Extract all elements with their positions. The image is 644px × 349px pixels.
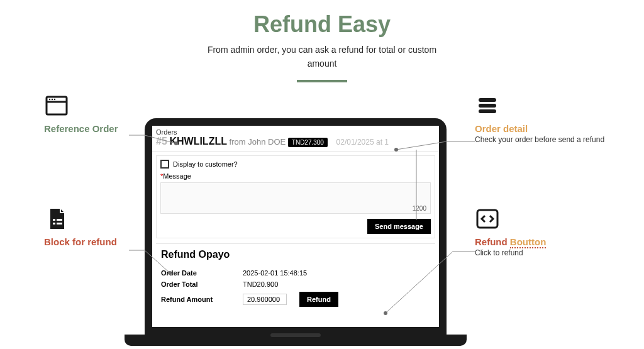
callout-block-for-refund: Block for refund (44, 206, 176, 248)
svg-rect-5 (53, 219, 55, 221)
callout-block-for-refund-title: Block for refund (44, 236, 176, 247)
code-icon (475, 206, 500, 231)
refund-amount-input[interactable] (243, 294, 287, 305)
hero-divider (297, 80, 347, 82)
document-icon (44, 206, 69, 231)
svg-rect-7 (53, 223, 55, 224)
order-total-value: TND20.900 (243, 280, 278, 288)
svg-rect-12 (477, 210, 497, 228)
callout-reference-order-title: Reference Order (44, 123, 176, 134)
order-header: #5 KHWLILZLL from John DOE TND27.300 02/… (152, 136, 439, 152)
order-date-value: 2025-02-01 15:48:15 (243, 269, 307, 277)
order-date-label: Order Date (161, 269, 230, 277)
orders-label: Orders (152, 126, 439, 136)
hero-subtitle-line2: amount (308, 58, 337, 69)
svg-rect-10 (479, 104, 496, 108)
laptop-notch (270, 333, 321, 337)
order-datetime: 02/01/2025 at 1 (336, 138, 389, 147)
svg-point-3 (52, 99, 53, 100)
svg-rect-9 (479, 98, 496, 102)
laptop-mockup: Orders #5 KHWLILZLL from John DOE TND27.… (145, 118, 447, 346)
refund-block: Refund Opayo Order Date 2025-02-01 15:48… (156, 243, 435, 317)
callout-refund-button-body: Click to refund (475, 248, 607, 257)
order-from: from John DOE (230, 137, 286, 147)
refund-button[interactable]: Refund (299, 292, 338, 307)
hero-title: Refund Easy (0, 11, 644, 38)
hero-subtitle: From admin order, you can ask a refund f… (0, 43, 644, 71)
callout-refund-button-title: Refund Boutton (475, 236, 607, 247)
message-label: Message (163, 172, 191, 180)
order-total-badge: TND27.300 (288, 138, 328, 147)
callout-order-detail-body: Check your order before send a refund (475, 135, 607, 144)
svg-rect-6 (57, 219, 62, 221)
display-to-customer-label: Display to customer? (173, 160, 238, 168)
laptop-bezel: Orders #5 KHWLILZLL from John DOE TND27.… (145, 118, 447, 335)
list-icon (475, 93, 500, 118)
message-textarea[interactable]: 1200 (160, 182, 431, 214)
refund-amount-label: Refund Amount (161, 296, 230, 303)
svg-point-4 (54, 99, 55, 100)
callout-refund-button: Refund Boutton Click to refund (475, 206, 607, 257)
svg-rect-8 (57, 223, 62, 224)
order-reference: KHWLILZLL (169, 136, 227, 147)
laptop-screen: Orders #5 KHWLILZLL from John DOE TND27.… (152, 126, 439, 327)
svg-rect-11 (479, 109, 496, 113)
hero-subtitle-line1: From admin order, you can ask a refund f… (208, 45, 436, 55)
callout-refund-button-title-b: Boutton (510, 236, 546, 248)
send-message-button[interactable]: Send message (367, 219, 431, 234)
callout-order-detail: Order detail Check your order before sen… (475, 93, 607, 144)
callout-refund-button-title-a: Refund (475, 236, 510, 247)
laptop-base (125, 335, 467, 346)
refund-block-title: Refund Opayo (161, 249, 430, 260)
window-icon (44, 93, 69, 118)
order-total-label: Order Total (161, 280, 230, 288)
callout-reference-order: Reference Order (44, 93, 176, 135)
message-char-count: 1200 (413, 205, 426, 212)
callout-order-detail-title: Order detail (475, 123, 607, 134)
svg-point-2 (49, 99, 50, 100)
display-to-customer-checkbox[interactable] (160, 160, 169, 169)
order-hash: #5 (156, 136, 167, 147)
message-block: Display to customer? *Message 1200 Send … (156, 155, 435, 238)
